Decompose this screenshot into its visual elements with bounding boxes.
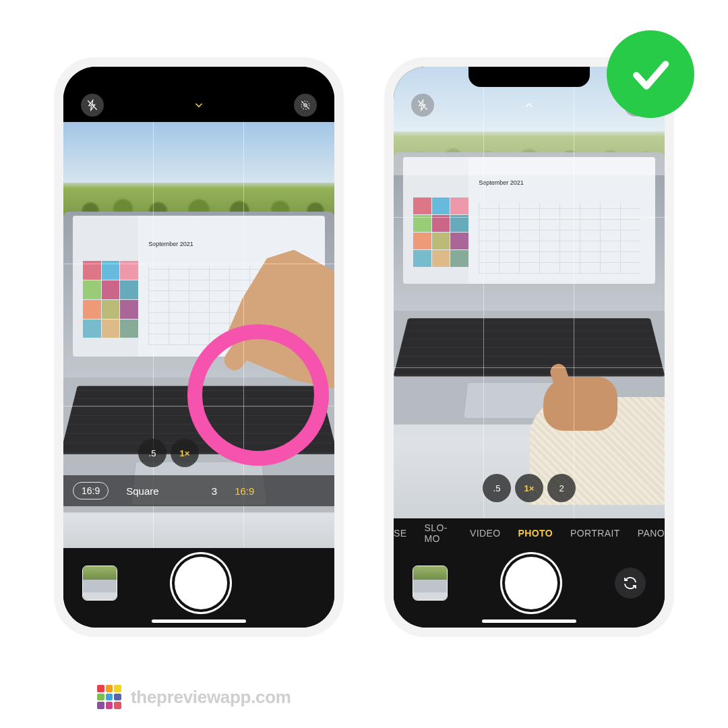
gallery-thumbnail[interactable]	[82, 566, 117, 601]
attribution: thepreviewapp.com	[97, 685, 291, 709]
zoom-controls: .5 1× 2	[483, 474, 576, 502]
camera-mode-row[interactable]: SE SLO-MO VIDEO PHOTO PORTRAIT PANO	[394, 518, 665, 548]
phone-mockup-left: September 2021 .5 1× 16:9 Square 3	[54, 57, 344, 637]
phone-notch	[468, 67, 590, 87]
phone-screen: September 2021 .5 1× 2 SE SLO-MO	[394, 67, 665, 628]
zoom-1x[interactable]: 1×	[515, 474, 543, 502]
svg-line-3	[301, 101, 309, 109]
chevron-down-icon[interactable]	[187, 94, 210, 117]
logo-icon	[97, 685, 121, 709]
camera-viewfinder[interactable]: September 2021 .5 1× 2	[394, 67, 665, 518]
live-photo-off-icon[interactable]	[294, 94, 317, 117]
zoom-2x[interactable]: 2	[547, 474, 576, 502]
phone-notch	[138, 67, 260, 87]
phone-mockup-right: September 2021 .5 1× 2 SE SLO-MO	[384, 57, 674, 637]
format-chip[interactable]: 16:9	[73, 482, 109, 499]
camera-viewfinder[interactable]: September 2021 .5 1× 16:9 Square 3	[63, 122, 334, 548]
gallery-thumbnail[interactable]	[413, 566, 448, 601]
zoom-controls: .5 1×	[138, 439, 199, 467]
zoom-0-5x[interactable]: .5	[483, 474, 511, 502]
attribution-text: thepreviewapp.com	[131, 687, 291, 708]
camera-bottom-bar	[63, 548, 334, 628]
mode-photo[interactable]: PHOTO	[518, 528, 553, 539]
mode-portrait[interactable]: PORTRAIT	[570, 528, 620, 539]
format-4-3[interactable]: 3	[212, 485, 217, 497]
shutter-button[interactable]	[175, 557, 227, 609]
home-indicator[interactable]	[482, 619, 576, 623]
flash-off-icon[interactable]	[411, 94, 434, 117]
mode-video[interactable]: VIDEO	[470, 528, 501, 539]
zoom-0-5x[interactable]: .5	[138, 439, 166, 467]
format-16-9[interactable]: 16:9	[235, 485, 254, 497]
check-icon	[626, 50, 675, 98]
phone-screen: September 2021 .5 1× 16:9 Square 3	[63, 67, 334, 628]
format-picker: 16:9 Square 3 16:9	[63, 475, 334, 506]
mode-pano[interactable]: PANO	[638, 528, 665, 539]
home-indicator[interactable]	[152, 619, 246, 623]
mode-slomo[interactable]: SLO-MO	[424, 522, 452, 544]
switch-camera-button[interactable]	[615, 568, 646, 599]
zoom-1x[interactable]: 1×	[171, 439, 199, 467]
chevron-up-icon[interactable]	[518, 94, 541, 117]
shutter-button[interactable]	[505, 557, 557, 609]
flash-off-icon[interactable]	[81, 94, 104, 117]
checkmark-badge	[607, 30, 694, 118]
laptop-calendar-title: September 2021	[148, 241, 193, 247]
mode-timelapse-partial[interactable]: SE	[394, 528, 406, 539]
camera-bottom-bar	[394, 548, 665, 628]
switch-camera-icon	[622, 575, 638, 591]
format-square[interactable]: Square	[126, 485, 158, 497]
laptop-calendar-title: September 2021	[479, 179, 524, 186]
